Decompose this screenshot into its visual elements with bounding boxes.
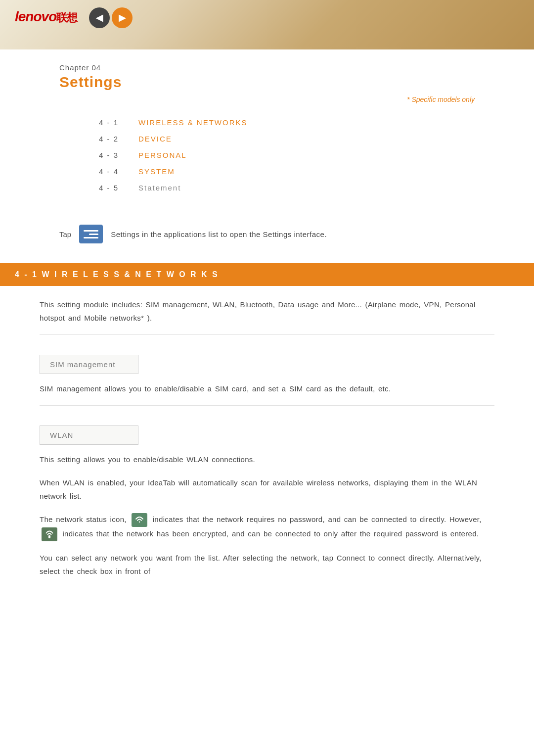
toc-number-43: 4 - 3 <box>99 151 138 159</box>
nav-forward-button[interactable]: ▶ <box>112 7 133 28</box>
toc-item-43[interactable]: 4 - 3 PERSONAL <box>99 151 475 159</box>
toc-number-42: 4 - 2 <box>99 135 138 143</box>
nav-back-icon: ◀ <box>96 12 103 23</box>
sim-management-label: SIM management <box>50 360 115 369</box>
toc-item-44[interactable]: 4 - 4 SYSTEM <box>99 167 475 176</box>
wifi-lock-icon <box>42 527 57 541</box>
nav-forward-icon: ▶ <box>119 12 126 23</box>
specific-models-note: * Specific models only <box>0 95 534 103</box>
sim-management-box: SIM management <box>40 355 138 374</box>
wlan-paragraph-1: This setting allows you to enable/disabl… <box>40 453 494 466</box>
toc-link-41[interactable]: WIRELESS & NETWORKS <box>138 118 248 127</box>
toc-link-43[interactable]: PERSONAL <box>138 151 187 159</box>
nav-back-button[interactable]: ◀ <box>89 7 110 28</box>
toc-link-45[interactable]: Statement <box>138 184 181 192</box>
table-of-contents: 4 - 1 WIRELESS & NETWORKS 4 - 2 DEVICE 4… <box>0 103 534 210</box>
tap-description: Settings in the applications list to ope… <box>111 230 327 238</box>
wlan-paragraph-4: You can select any network you want from… <box>40 551 494 578</box>
toc-number-41: 4 - 1 <box>99 118 138 127</box>
chapter-label: Chapter 04 <box>59 63 475 72</box>
sim-management-paragraph: SIM management allows you to enable/disa… <box>40 382 494 395</box>
settings-app-icon <box>79 225 103 243</box>
navigation-buttons: ◀ ▶ <box>89 7 133 28</box>
page-header: lenovo联想 ◀ ▶ <box>0 0 534 49</box>
section-41-content: This setting module includes: SIM manage… <box>0 286 534 600</box>
settings-icon-line1 <box>84 230 98 232</box>
settings-icon-line2 <box>89 234 98 235</box>
header-gradient <box>0 0 534 49</box>
toc-link-42[interactable]: DEVICE <box>138 135 172 143</box>
wifi-open-icon <box>132 513 147 527</box>
wlan-box: WLAN <box>40 425 138 445</box>
divider-2 <box>40 405 494 406</box>
wlan-paragraph-3: The network status icon, indicates that … <box>40 513 494 541</box>
tap-section: Tap Settings in the applications list to… <box>0 215 534 253</box>
divider-1 <box>40 334 494 335</box>
chapter-title: Settings <box>59 74 475 91</box>
toc-number-45: 4 - 5 <box>99 184 138 192</box>
tap-label: Tap <box>59 230 71 238</box>
toc-item-41[interactable]: 4 - 1 WIRELESS & NETWORKS <box>99 118 475 127</box>
wlan-paragraph-2: When WLAN is enabled, your IdeaTab will … <box>40 476 494 503</box>
section-41-intro: This setting module includes: SIM manage… <box>40 298 494 325</box>
toc-item-45[interactable]: 4 - 5 Statement <box>99 184 475 192</box>
toc-number-44: 4 - 4 <box>99 167 138 176</box>
wlan-label: WLAN <box>50 431 73 439</box>
toc-item-42[interactable]: 4 - 2 DEVICE <box>99 135 475 143</box>
chapter-info: Chapter 04 Settings <box>0 49 534 91</box>
lenovo-logo: lenovo联想 <box>15 9 77 25</box>
section-41-header: 4 - 1 W I R E L E S S & N E T W O R K S <box>0 263 534 286</box>
toc-link-44[interactable]: SYSTEM <box>138 167 175 176</box>
settings-icon-line3 <box>84 237 98 238</box>
